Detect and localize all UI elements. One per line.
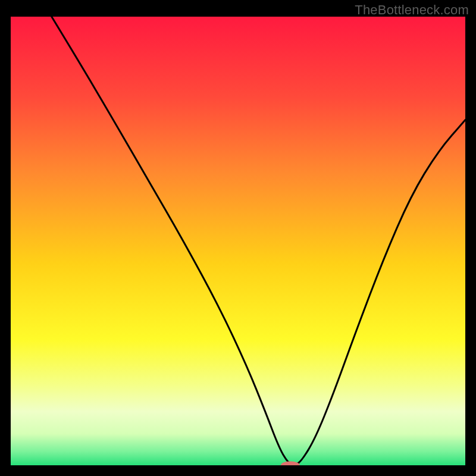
chart-svg	[11, 17, 465, 465]
gradient-background	[11, 17, 465, 465]
watermark-text: TheBottleneck.com	[355, 2, 469, 18]
plot-area	[11, 17, 465, 465]
chart-frame: TheBottleneck.com	[0, 0, 476, 476]
